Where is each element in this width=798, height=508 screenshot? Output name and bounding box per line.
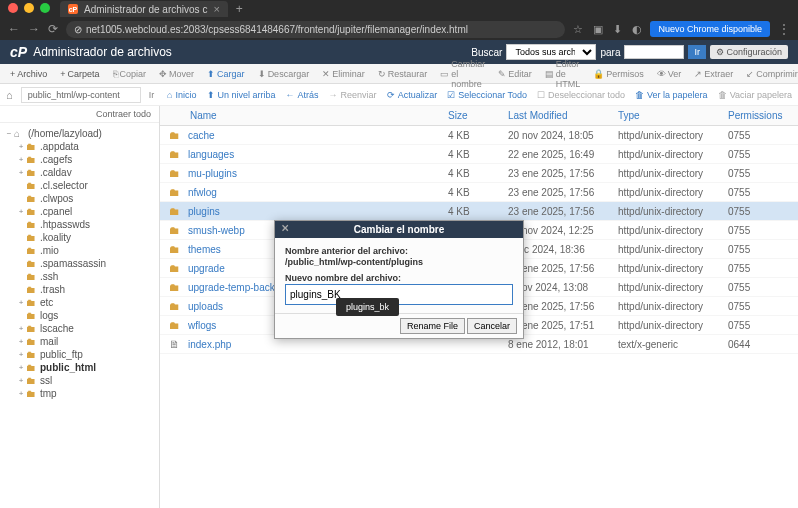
cancel-button[interactable]: Cancelar <box>467 318 517 334</box>
old-name-label: Nombre anterior del archivo: <box>285 246 513 256</box>
macos-window-controls <box>8 3 50 13</box>
new-name-label: Nuevo nombre del archivo: <box>285 273 513 283</box>
maximize-window-button[interactable] <box>40 3 50 13</box>
old-name-path: /public_html/wp-content/plugins <box>285 257 513 267</box>
autocomplete-tooltip[interactable]: plugins_bk <box>336 298 399 316</box>
minimize-window-button[interactable] <box>24 3 34 13</box>
close-window-button[interactable] <box>8 3 18 13</box>
modal-close-icon[interactable]: ⨯ <box>281 222 289 233</box>
modal-title: Cambiar el nombre <box>354 224 445 235</box>
modal-footer: Rename File Cancelar <box>275 313 523 338</box>
rename-confirm-button[interactable]: Rename File <box>400 318 465 334</box>
rename-modal: ⨯ Cambiar el nombre Nombre anterior del … <box>274 220 524 339</box>
rename-modal-overlay: ⨯ Cambiar el nombre Nombre anterior del … <box>0 0 798 508</box>
modal-title-bar[interactable]: ⨯ Cambiar el nombre <box>275 221 523 238</box>
